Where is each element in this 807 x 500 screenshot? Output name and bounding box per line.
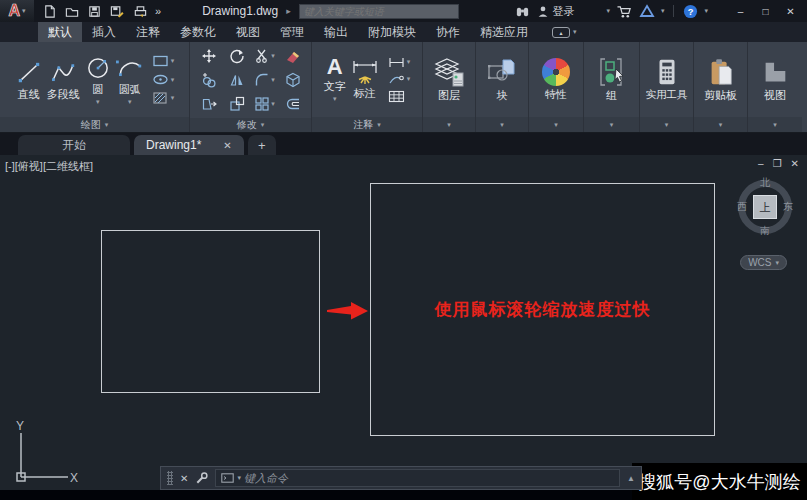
maximize-button[interactable]: □ [753,0,778,22]
help-button[interactable]: ? [683,4,698,19]
arc-button[interactable]: 圆弧 ▾ [114,53,146,106]
command-history-expand-button[interactable]: ▲ [627,474,635,483]
close-tab-icon[interactable]: ✕ [223,140,231,151]
panel-properties-footer[interactable]: ▾ [529,117,583,132]
linear-dimension-button[interactable]: ▾ [386,56,413,69]
mirror-button[interactable] [223,68,251,92]
file-tab-drawing1[interactable]: Drawing1* ✕ [134,135,244,155]
panel-view-footer[interactable]: ▾ [748,117,802,132]
rotate-button[interactable] [223,44,251,68]
group-button[interactable]: 组 [594,57,630,103]
panel-utilities-footer[interactable]: ▾ [640,117,693,132]
sign-in-button[interactable]: 登录 [536,4,574,19]
drawn-rectangle-small[interactable] [101,230,320,393]
a360-button[interactable] [639,4,655,18]
open-file-button[interactable] [64,4,80,19]
trim-button[interactable]: ▾ [251,44,279,68]
panel-block-footer[interactable]: ▾ [476,117,528,132]
viewport-controls-label[interactable]: [-][俯视][二维线框] [5,159,93,174]
command-bar-grip[interactable] [167,471,173,485]
viewcube-east[interactable]: 东 [783,202,793,212]
panel-modify-footer[interactable]: 修改 ▾ [190,118,311,132]
scale-button[interactable] [223,92,251,116]
viewcube-top-face[interactable]: 上 [753,195,777,219]
tab-featured-apps[interactable]: 精选应用 [470,22,538,42]
properties-button[interactable]: 特性 [540,58,572,102]
chevron-down-icon[interactable]: ▾ [704,7,708,15]
leader-button[interactable]: ▾ [386,72,413,86]
fillet-button[interactable]: ▾ [251,68,279,92]
command-input[interactable] [244,472,614,484]
drawing-canvas[interactable]: [-][俯视][二维线框] – ❐ ✕ 北 南 西 东 上 WCS ▾ 使用鼠标… [0,155,807,500]
app-menu-button[interactable]: A ▾ [0,0,34,22]
tab-view[interactable]: 视图 [226,22,270,42]
viewcube-north[interactable]: 北 [760,178,770,188]
new-tab-button[interactable]: + [248,135,276,155]
close-button[interactable]: ✕ [778,0,803,22]
chevron-down-icon[interactable]: ▾ [606,7,610,15]
tab-parametric[interactable]: 参数化 [170,22,226,42]
wrench-icon[interactable] [195,472,208,485]
tab-collaborate[interactable]: 协作 [426,22,470,42]
panel-clipboard-footer[interactable]: ▾ [694,117,747,132]
tab-addins[interactable]: 附加模块 [358,22,426,42]
help-search-box[interactable] [299,4,459,19]
hatch-button[interactable]: ▾ [150,90,177,106]
table-button[interactable] [386,89,413,104]
app-store-button[interactable] [616,4,633,19]
dimension-button[interactable]: 标注 [348,58,382,101]
new-file-button[interactable] [42,4,57,19]
viewcube[interactable]: 北 南 西 东 上 [735,177,795,237]
save-as-button[interactable] [109,4,125,19]
stretch-button[interactable] [195,92,223,116]
save-button[interactable] [87,4,102,19]
explode-button[interactable] [279,68,307,92]
viewcube-west[interactable]: 西 [737,202,747,212]
line-button[interactable]: 直线 [13,58,45,102]
array-button[interactable]: ▾ [251,92,279,116]
layers-button[interactable]: 图层 [431,57,467,103]
clipboard-button[interactable]: 剪贴板 [702,57,739,103]
plot-button[interactable] [132,4,148,19]
panel-draw-footer[interactable]: 绘图 ▾ [0,117,189,132]
drawn-rectangle-large[interactable]: 使用鼠标滚轮缩放速度过快 [370,183,715,436]
minimize-button[interactable]: – [728,0,753,22]
panel-group-footer[interactable]: ▾ [584,117,639,132]
erase-button[interactable] [279,44,307,68]
chevron-down-icon[interactable]: ▾ [661,7,665,15]
move-button[interactable] [195,44,223,68]
view-button[interactable]: 视图 [758,57,792,103]
viewport-close-button[interactable]: ✕ [791,158,799,169]
qat-overflow-button[interactable]: » [155,5,160,17]
panel-annotation-footer[interactable]: 注释 ▾ [312,117,422,132]
command-bar-close-button[interactable]: ✕ [180,473,188,484]
tab-manage[interactable]: 管理 [270,22,314,42]
search-input[interactable] [304,6,454,17]
tab-output[interactable]: 输出 [314,22,358,42]
file-tab-start[interactable]: 开始 [18,135,130,155]
text-button[interactable]: A 文字 ▾ [322,56,348,103]
ucs-icon[interactable]: Y X [6,421,82,493]
copy-button[interactable] [195,68,223,92]
offset-button[interactable] [279,92,307,116]
viewport-restore-button[interactable]: ❐ [773,158,782,169]
block-button[interactable]: 块 [484,57,520,103]
panel-layers-footer[interactable]: ▾ [423,117,475,132]
circle-button[interactable]: 圆 ▾ [82,53,114,106]
search-button[interactable] [515,4,530,19]
calculator-icon [652,57,682,87]
polyline-button[interactable]: 多段线 [45,58,82,102]
chevron-down-icon[interactable]: ▾ [237,474,241,482]
tab-insert[interactable]: 插入 [82,22,126,42]
ribbon-collapse-button[interactable]: ▴ ▾ [552,22,577,42]
rectangle-button[interactable]: ▾ [150,53,177,69]
command-input-box[interactable]: ▾ [215,469,620,487]
viewcube-south[interactable]: 南 [760,226,770,236]
tab-home[interactable]: 默认 [38,22,82,42]
utilities-button[interactable]: 实用工具 [644,57,690,102]
viewport-minimize-button[interactable]: – [758,158,764,169]
command-bar[interactable]: ✕ ▾ ▲ [160,466,642,490]
ellipse-button[interactable]: ▾ [150,72,177,87]
tab-annotate[interactable]: 注释 [126,22,170,42]
wcs-dropdown[interactable]: WCS ▾ [740,255,787,270]
